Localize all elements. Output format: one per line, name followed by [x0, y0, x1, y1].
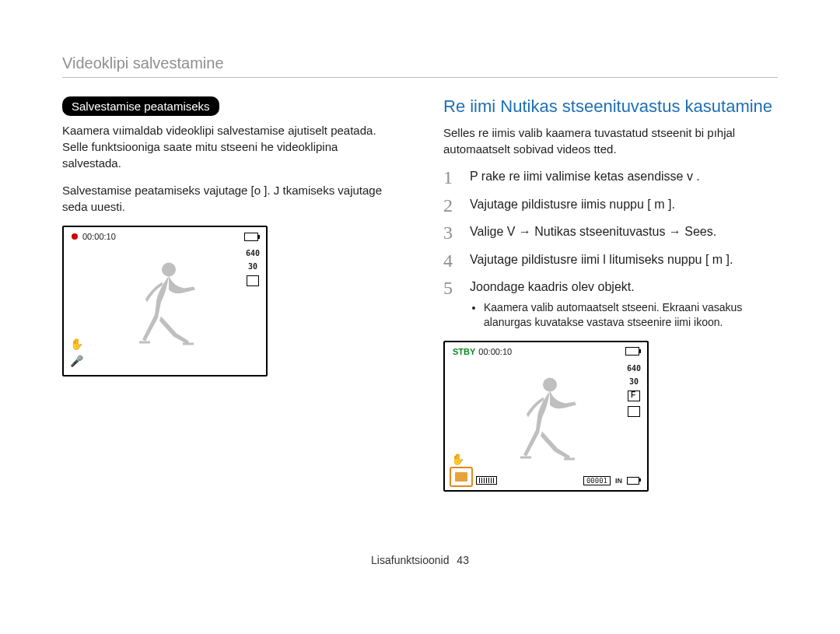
step-5: Joondage kaadris olev objekt. Kaamera va… — [443, 278, 778, 329]
page-number: 43 — [457, 554, 469, 566]
step-4: Vajutage pildistusre iimi l litumiseks n… — [443, 251, 778, 268]
svg-point-3 — [543, 377, 557, 391]
pause-paragraph-2: Salvestamise peatamiseks vajutage [o ]. … — [62, 182, 397, 215]
step-5-sub: Kaamera valib automaatselt stseeni. Ekra… — [484, 300, 778, 330]
camera-screen-standby: STBY 00:00:10 640 30 ✋ 🎤 — [443, 341, 649, 492]
step-2: Vajutage pildistusre iimis nuppu [ m ]. — [443, 196, 778, 213]
skater-silhouette-icon — [122, 256, 208, 357]
left-column: Salvestamise peatamiseks Kaamera vıimald… — [62, 96, 397, 492]
display-mode-icon — [247, 275, 259, 286]
battery-small-icon — [627, 477, 639, 485]
microphone-icon: 🎤 — [70, 355, 83, 367]
smart-scene-heading: Re iimi Nutikas stseenituvastus kasutami… — [443, 96, 778, 117]
battery-icon — [625, 347, 639, 356]
record-timer: 00:00:10 — [82, 232, 116, 241]
frame-counter: 00001 — [583, 476, 611, 485]
record-dot-icon — [72, 233, 78, 240]
stabilization-icon: ✋ — [70, 338, 83, 350]
svg-rect-2 — [183, 343, 194, 345]
step-5-text: Joondage kaadris olev objekt. — [470, 280, 635, 293]
steps-list: P rake re iimi valimise ketas asendisse … — [443, 168, 778, 330]
stby-label: STBY — [453, 347, 475, 356]
right-column: Re iimi Nutikas stseenituvastus kasutami… — [443, 96, 778, 492]
resolution-badge: 640 — [627, 364, 641, 373]
fps-badge: 30 — [629, 377, 639, 386]
svg-point-0 — [162, 263, 176, 277]
page-title: Videoklipi salvestamine — [62, 54, 778, 78]
svg-rect-5 — [564, 457, 575, 460]
display-mode-icon — [628, 406, 640, 417]
scene-mode-highlight-icon — [450, 467, 473, 487]
storage-in-label: IN — [615, 477, 622, 485]
pause-paragraph-1: Kaamera vıimaldab videoklipi salvestamis… — [62, 122, 397, 171]
svg-rect-1 — [139, 342, 150, 344]
resolution-badge: 640 — [246, 249, 260, 257]
step-1: P rake re iimi valimise ketas asendisse … — [443, 168, 778, 185]
step-3: Valige V → Nutikas stseenituvastus → See… — [443, 223, 778, 240]
smart-scene-intro: Selles re iimis valib kaamera tuvastatud… — [443, 124, 778, 157]
skater-silhouette-icon — [503, 370, 589, 471]
exposure-scale-icon — [476, 476, 497, 485]
stby-timer: 00:00:10 — [478, 347, 512, 356]
svg-rect-4 — [520, 456, 531, 458]
f-mode-icon — [628, 391, 640, 401]
section-pill-pause: Salvestamise peatamiseks — [62, 96, 219, 116]
stabilization-icon: ✋ — [451, 453, 464, 465]
battery-icon — [244, 233, 258, 241]
footer-section-label: Lisafunktsioonid — [371, 554, 449, 566]
fps-badge: 30 — [248, 262, 257, 271]
camera-screen-recording: 00:00:10 640 30 ✋ 🎤 — [62, 226, 268, 377]
page-footer: Lisafunktsioonid 43 — [62, 554, 778, 566]
